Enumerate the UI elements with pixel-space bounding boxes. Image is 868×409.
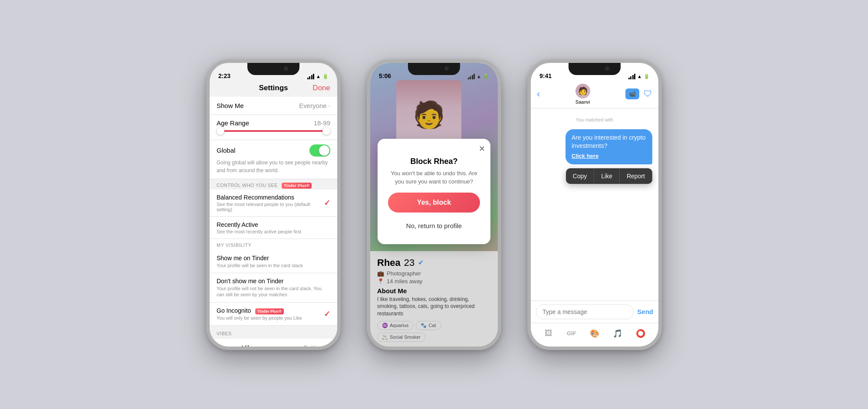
slider-thumb-right[interactable] (322, 127, 330, 135)
vibes-chevron: › (329, 344, 330, 347)
dont-show-row[interactable]: Don't show me on Tinder Your profile wil… (210, 273, 337, 303)
slider-thumb-left[interactable] (217, 127, 224, 135)
video-button[interactable]: 📹 (625, 88, 639, 99)
recently-active-row[interactable]: Recently Active See the most recently ac… (210, 217, 337, 239)
tinder-plus-badge: Tinder Plus® (282, 183, 312, 189)
camera-2 (444, 66, 449, 71)
notch-2 (408, 63, 460, 75)
toggle-thumb (319, 145, 329, 156)
settings-nav: Settings Done (210, 82, 337, 97)
copy-menu-item[interactable]: Copy (566, 168, 595, 184)
show-tinder-row[interactable]: Show me on Tinder Your profile will be s… (210, 250, 337, 273)
visibility-header: MY VISIBILITY (210, 239, 337, 250)
camera (284, 66, 288, 71)
age-slider[interactable] (217, 130, 330, 132)
phone-settings: 2:23 ▲ 🔋 Settings Done (206, 59, 341, 350)
match-text: You matched with (537, 117, 652, 122)
manage-vibes-row[interactable]: Manage Vibes Settings › (210, 339, 337, 347)
battery-3: 🔋 (644, 74, 650, 79)
chat-link[interactable]: Click here (572, 152, 646, 160)
notch (247, 63, 299, 75)
chat-actions: 📹 🛡 (625, 88, 652, 99)
block-modal: ✕ Block Rhea? You won't be able to undo … (378, 139, 490, 244)
battery-icon: 🔋 (322, 74, 329, 79)
chat-username: Saanvi (575, 99, 590, 105)
chat-input-area: Send (531, 301, 658, 323)
dont-show-title: Don't show me on Tinder (217, 278, 330, 285)
time-1: 2:23 (218, 72, 230, 79)
phone-chat: 9:41 ▲ 🔋 ‹ 🧑 (527, 59, 662, 350)
check-icon: ✓ (324, 198, 330, 208)
global-row: Global Going global will allow you to se… (210, 140, 337, 179)
incognito-plus-badge: Tinder Plus® (255, 308, 283, 314)
modal-body: Block Rhea? You won't be able to undo th… (378, 154, 490, 244)
recently-active-desc: See the most recently active people firs… (217, 229, 301, 234)
show-me-value: Everyone › (299, 102, 330, 109)
camera-3 (605, 66, 609, 71)
visibility-section: MY VISIBILITY Show me on Tinder Your pro… (210, 239, 337, 326)
chat-header: ‹ 🧑 Saanvi 📹 🛡 (531, 82, 658, 108)
dont-show-desc: Your profile will not be seen in the car… (217, 285, 330, 298)
signal-3 (628, 74, 636, 79)
status-icons-1: ▲ 🔋 (307, 74, 329, 79)
user-avatar: 🧑 (575, 84, 590, 98)
done-button[interactable]: Done (312, 84, 330, 92)
phone-profile: 🧑 5:06 ▲ 🔋 (367, 59, 501, 350)
report-menu-item[interactable]: Report (620, 168, 652, 184)
send-button[interactable]: Send (637, 308, 653, 315)
wifi-3: ▲ (637, 74, 642, 79)
close-button[interactable]: ✕ (479, 144, 485, 154)
status-icons-3: ▲ 🔋 (628, 74, 650, 79)
balanced-title: Balanced Recommendations (217, 194, 324, 201)
modal-header: ✕ (378, 139, 490, 154)
show-me-label: Show Me (217, 102, 244, 109)
more-button[interactable]: ⭕ (633, 326, 648, 341)
block-desc: You won't be able to undo this. Are you … (388, 170, 480, 185)
sticker-button[interactable]: 🎨 (587, 326, 602, 341)
block-modal-overlay: ✕ Block Rhea? You won't be able to undo … (370, 63, 498, 347)
incognito-desc: You will only be seen by people you Like (217, 315, 302, 321)
recently-active-title: Recently Active (217, 221, 301, 228)
incognito-check: ✓ (324, 309, 330, 319)
vibes-label: VIBES (210, 326, 337, 339)
age-range-label: Age Range (217, 119, 249, 127)
settings-content: Show Me Everyone › Age Range 18-99 (210, 97, 337, 347)
time-3: 9:41 (539, 72, 552, 79)
balanced-desc: See the most relevant people to you (def… (217, 202, 324, 212)
incognito-row[interactable]: Go Incognito Tinder Plus® You will only … (210, 303, 337, 326)
global-desc: Going global will allow you to see peopl… (217, 160, 328, 174)
chat-user[interactable]: 🧑 Saanvi (575, 84, 590, 105)
show-tinder-title: Show me on Tinder (217, 255, 303, 262)
signal-icon (307, 74, 315, 79)
block-title: Block Rhea? (388, 157, 480, 166)
yes-block-button[interactable]: Yes, block (388, 193, 480, 213)
message-input[interactable] (536, 304, 634, 319)
shield-icon[interactable]: 🛡 (644, 89, 652, 99)
manage-vibes-value: Settings › (303, 344, 330, 347)
chat-toolbar: 🖼 GIF 🎨 🎵 ⭕ (531, 323, 658, 347)
spotify-button[interactable]: 🎵 (610, 326, 625, 341)
image-button[interactable]: 🖼 (541, 326, 556, 341)
chevron-icon: › (329, 102, 330, 109)
context-menu: Copy Like Report (566, 168, 652, 184)
wifi-icon: ▲ (316, 74, 321, 79)
incognito-title: Go Incognito Tinder Plus® (217, 307, 302, 314)
global-label: Global (217, 147, 235, 154)
no-return-button[interactable]: No, return to profile (388, 216, 480, 236)
global-toggle[interactable] (309, 144, 330, 157)
balanced-row[interactable]: Balanced Recommendations See the most re… (210, 190, 337, 217)
chat-messages: You matched with Are you interested in c… (531, 108, 658, 301)
show-me-row[interactable]: Show Me Everyone › (210, 97, 337, 115)
show-tinder-desc: Your profile will be seen in the card st… (217, 262, 303, 268)
like-menu-item[interactable]: Like (594, 168, 620, 184)
gif-button[interactable]: GIF (564, 326, 579, 341)
back-button[interactable]: ‹ (537, 88, 540, 100)
control-label: CONTROL WHO YOU SEE Tinder Plus® (210, 179, 337, 190)
settings-title: Settings (259, 84, 288, 92)
manage-vibes-label: Manage Vibes (217, 344, 258, 347)
notch-3 (569, 63, 621, 75)
age-range-value: 18-99 (314, 119, 330, 127)
age-range-row: Age Range 18-99 (210, 115, 337, 140)
chat-bubble[interactable]: Are you interested in crypto investments… (566, 129, 652, 164)
